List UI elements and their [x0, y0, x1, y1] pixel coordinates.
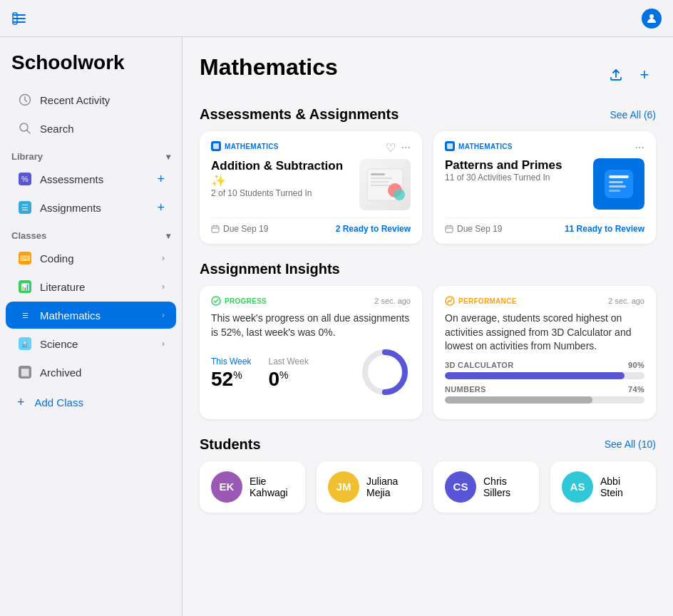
performance-bars: 3D CALCULATOR 90% NUMBERS 74% [445, 361, 644, 404]
sidebar-label-science: Science [40, 338, 155, 350]
assessments-see-all[interactable]: See All (6) [610, 109, 656, 120]
assessments-section-title: Assessments & Assignments [200, 106, 399, 123]
svg-point-14 [394, 189, 405, 200]
student-card-as[interactable]: AS Abbi Stein [550, 461, 656, 513]
sidebar-item-mathematics[interactable]: ☰ Mathematics › [6, 302, 176, 329]
last-week-stat: Last Week 0% [268, 356, 308, 391]
heart-icon[interactable]: ♡ [386, 141, 396, 155]
literature-chevron: › [162, 282, 165, 292]
insight-cards-row: PROGRESS 2 sec. ago This week's progress… [200, 286, 656, 419]
students-section-header: Students See All (10) [200, 436, 656, 453]
bar-numbers: NUMBERS 74% [445, 385, 644, 404]
card-actions-1: ♡ ··· [386, 141, 411, 155]
this-week-stat: This Week 52% [211, 356, 251, 391]
progress-text: This week's progress on all due assignme… [211, 312, 411, 339]
card-review-1: 2 Ready to Review [336, 224, 411, 234]
card-subtitle-2: 11 of 30 Activities Turned In [445, 173, 586, 183]
sidebar-label-coding: Coding [40, 252, 155, 265]
sidebar-toggle-icon[interactable] [11, 11, 27, 26]
more-icon-2[interactable]: ··· [635, 141, 644, 154]
performance-time: 2 sec. ago [608, 297, 644, 305]
coding-chevron: › [162, 253, 165, 263]
sidebar-item-coding[interactable]: ⌨ Coding › [6, 245, 176, 272]
student-card-ek[interactable]: EK Elie Kahwagi [200, 461, 305, 513]
page-title: Mathematics [200, 54, 338, 81]
main-content: Mathematics + Assessments & Assignments … [183, 37, 673, 616]
assignment-card-1[interactable]: MATHEMATICS ♡ ··· Addition & Subtraction… [200, 131, 422, 244]
top-bar-right [642, 9, 662, 29]
progress-time: 2 sec. ago [374, 297, 411, 305]
performance-text: On average, students scored highest on a… [445, 312, 644, 354]
student-card-cs[interactable]: CS Chris Sillers [433, 461, 539, 513]
progress-donut [359, 346, 411, 401]
sidebar-item-assessments[interactable]: % Assessments + [6, 165, 176, 192]
assignment-card-2[interactable]: MATHEMATICS ··· Patterns and Primes 11 o… [433, 131, 656, 244]
svg-rect-22 [446, 226, 453, 232]
sidebar-item-literature[interactable]: 📊 Literature › [6, 273, 176, 300]
svg-rect-1 [13, 18, 26, 19]
top-bar-left [11, 11, 27, 26]
card-actions-2: ··· [635, 141, 644, 154]
student-name-jm: Juliana Mejia [366, 476, 411, 498]
assignment-cards-row: MATHEMATICS ♡ ··· Addition & Subtraction… [200, 131, 656, 244]
bar-fill-numbers [445, 396, 592, 404]
library-chevron: ▾ [166, 152, 170, 162]
sidebar-label-archived: Archived [40, 366, 165, 379]
insight-performance-card: PERFORMANCE 2 sec. ago On average, stude… [433, 286, 656, 419]
sidebar-item-search[interactable]: Search [6, 115, 176, 142]
sidebar-label-search: Search [40, 123, 165, 135]
main-layout: Schoolwork Recent Activity Search [0, 37, 673, 616]
svg-rect-12 [371, 185, 391, 186]
bar-3d-calculator: 3D CALCULATOR 90% [445, 361, 644, 379]
student-card-jm[interactable]: JM Juliana Mejia [317, 461, 422, 513]
assessments-add-icon[interactable]: + [157, 172, 165, 187]
assignments-icon: ☰ [19, 201, 31, 214]
assessments-icon: % [19, 173, 31, 185]
add-button[interactable]: + [633, 63, 656, 86]
svg-rect-17 [605, 170, 633, 198]
card-review-2: 11 Ready to Review [565, 224, 644, 234]
mathematics-chevron: › [162, 310, 165, 320]
student-name-as-line1: Abbi [600, 476, 623, 487]
archived-icon: ⬜ [19, 366, 31, 379]
svg-rect-2 [13, 21, 26, 23]
card-due-1: Due Sep 19 [211, 224, 268, 234]
profile-icon[interactable] [642, 9, 662, 29]
students-see-all[interactable]: See All (10) [605, 438, 656, 450]
svg-rect-20 [609, 185, 626, 188]
card-thumbnail-2 [593, 158, 644, 210]
science-icon: 🔬 [19, 337, 31, 350]
svg-rect-15 [212, 226, 219, 232]
literature-icon: 📊 [19, 280, 31, 293]
assessments-section-header: Assessments & Assignments See All (6) [200, 106, 656, 123]
progress-stats: This Week 52% Last Week 0% [211, 346, 411, 401]
svg-point-6 [20, 123, 28, 131]
sidebar-item-assignments[interactable]: ☰ Assignments + [6, 194, 176, 221]
svg-rect-11 [371, 181, 389, 183]
student-name-ek: Elie Kahwagi [250, 476, 294, 498]
sidebar-item-recent-activity[interactable]: Recent Activity [6, 86, 176, 113]
math-badge-icon-2 [445, 141, 455, 151]
svg-rect-18 [609, 175, 629, 178]
sidebar-item-archived[interactable]: ⬜ Archived [6, 359, 176, 386]
assignments-add-icon[interactable]: + [157, 200, 165, 215]
search-icon [17, 120, 33, 136]
svg-rect-10 [371, 178, 392, 179]
insight-progress-card: PROGRESS 2 sec. ago This week's progress… [200, 286, 422, 419]
sidebar-label-add-class: Add Class [35, 396, 165, 409]
progress-badge: PROGRESS [211, 296, 267, 306]
content-toolbar: + [605, 63, 656, 86]
classes-chevron: ▾ [166, 231, 170, 241]
avatar-as: AS [562, 471, 593, 503]
avatar-ek: EK [211, 471, 242, 503]
sidebar-label-mathematics: Mathematics [40, 309, 155, 322]
sidebar-item-add-class[interactable]: + Add Class [6, 389, 176, 416]
export-button[interactable] [605, 63, 627, 86]
this-week-value: 52% [211, 368, 251, 391]
card-badge-1: MATHEMATICS [211, 141, 279, 151]
more-icon[interactable]: ··· [401, 141, 411, 155]
classes-section: Classes ▾ [0, 222, 182, 244]
coding-icon: ⌨ [19, 252, 31, 265]
sidebar-item-science[interactable]: 🔬 Science › [6, 330, 176, 357]
card-title-2: Patterns and Primes [445, 158, 586, 173]
